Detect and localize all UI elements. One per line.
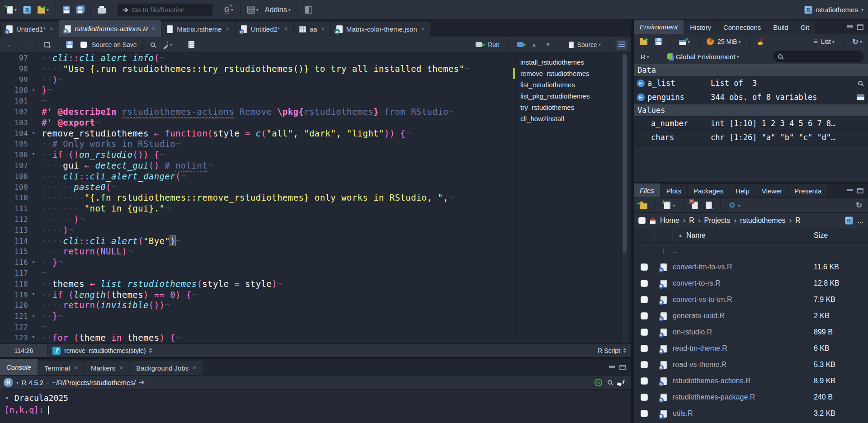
close-icon[interactable]: ✕ — [225, 26, 229, 32]
open-file-button[interactable]: ▾ — [35, 5, 51, 15]
files-tab[interactable]: Help — [730, 184, 755, 197]
outline-item[interactable]: try_rstudiothemes — [513, 102, 621, 113]
close-icon[interactable]: ✕ — [49, 26, 53, 32]
file-row[interactable]: convert-vs-to-tm.R7.9 KB — [634, 291, 868, 308]
clear-console-icon[interactable] — [617, 378, 625, 386]
outline-item[interactable]: install_rstudiothemes — [513, 56, 621, 68]
object-action-cell[interactable] — [853, 81, 868, 85]
environment-tab[interactable]: Connections — [717, 21, 767, 34]
file-name[interactable]: read-vs-theme.R — [673, 361, 809, 369]
home-icon[interactable] — [649, 217, 656, 224]
expand-object-icon[interactable]: ▶ — [634, 80, 647, 87]
doc-type-dropdown[interactable]: R Script — [598, 347, 631, 354]
file-checkbox[interactable] — [641, 377, 648, 385]
view-table-icon[interactable] — [857, 94, 864, 100]
file-name[interactable]: convert-to-rs.R — [673, 279, 809, 287]
save-button[interactable] — [61, 5, 72, 15]
file-checkbox[interactable] — [641, 263, 648, 271]
file-checkbox[interactable] — [641, 312, 648, 320]
file-row[interactable]: utils.R3.2 KB — [634, 405, 868, 422]
version-control-button[interactable]: G▾ — [222, 4, 236, 15]
pane-layout-button[interactable] — [302, 5, 314, 15]
environment-tab[interactable]: Git — [795, 21, 815, 34]
console-tab[interactable]: Terminal✕ — [38, 361, 84, 375]
close-icon[interactable]: ✕ — [321, 26, 325, 32]
breadcrumb-item[interactable]: R — [795, 216, 801, 225]
environment-object-row[interactable]: ▶a_listList of 3 — [634, 76, 868, 90]
file-checkbox[interactable] — [641, 329, 648, 336]
new-folder-button[interactable] — [637, 200, 650, 211]
editor-tab[interactable]: rstudiothemes-actions.R✕ — [59, 20, 161, 37]
rerun-button[interactable] — [515, 40, 525, 49]
new-file-button[interactable]: ▾ — [5, 4, 19, 15]
file-checkbox[interactable] — [641, 296, 648, 303]
file-row[interactable]: convert-tm-to-vs.R11.6 KB — [634, 259, 868, 275]
close-icon[interactable]: ✕ — [119, 365, 123, 371]
file-name[interactable]: convert-tm-to-vs.R — [673, 263, 809, 271]
new-blank-file-button[interactable]: ▾ — [662, 200, 677, 211]
environment-object-row[interactable]: ▶penguins344 obs. of 8 variables — [634, 90, 868, 104]
file-row[interactable]: read-tm-theme.R6 KB — [634, 340, 868, 357]
clear-workspace-button[interactable] — [755, 37, 766, 47]
goto-directory-icon[interactable]: ➔ — [139, 378, 145, 386]
file-checkbox[interactable] — [641, 280, 648, 287]
name-column-header[interactable]: ▲Name — [673, 228, 809, 242]
goto-file-function-input[interactable] — [132, 6, 204, 14]
compile-report-button[interactable] — [186, 39, 197, 50]
show-in-new-window-button[interactable] — [42, 40, 52, 49]
file-row[interactable]: convert-to-rs.R12.8 KB — [634, 275, 868, 291]
environment-dropdown[interactable]: Global Environment▾ — [665, 51, 741, 62]
go-next-section-button[interactable]: ▼ — [543, 39, 553, 50]
breadcrumb-item[interactable]: rstudiothemes — [740, 216, 786, 225]
save-all-button[interactable] — [74, 5, 86, 15]
source-on-save-checkbox[interactable] — [78, 40, 89, 50]
fold-marker-icon[interactable]: ▾ — [28, 290, 39, 301]
editor-tab[interactable]: Untitled2*✕ — [236, 22, 293, 37]
new-project-button[interactable]: R — [21, 4, 33, 16]
environment-search-input[interactable] — [786, 53, 854, 60]
close-icon[interactable]: ✕ — [192, 365, 196, 371]
object-action-cell[interactable] — [853, 94, 868, 100]
code-tools-button[interactable]: ▾ — [160, 40, 175, 50]
environment-section-header[interactable]: Values — [634, 104, 868, 117]
file-name[interactable]: rstudiothemes-package.R — [673, 393, 809, 401]
print-button[interactable] — [95, 4, 108, 15]
file-name[interactable]: convert-vs-to-tm.R — [673, 296, 809, 304]
console-output[interactable]: • Dracula2025 [n,k,q]: — [0, 390, 631, 423]
minimize-pane-icon[interactable] — [847, 25, 853, 28]
outline-item[interactable]: list_rstudiothemes — [513, 79, 621, 90]
file-row[interactable]: generate-uuid.R2 KB — [634, 308, 868, 324]
console-tab[interactable]: Markers✕ — [85, 361, 129, 375]
search-icon[interactable] — [608, 380, 612, 385]
editor-tab[interactable]: Untitled1*✕ — [1, 22, 59, 37]
file-row[interactable]: read-vs-theme.R5.3 KB — [634, 357, 868, 373]
code-editor[interactable]: 97··cli::cli_alert_info(¬98····"Use {.ru… — [0, 53, 513, 343]
load-workspace-button[interactable] — [637, 36, 650, 47]
file-row[interactable]: rstudiothemes-actions.R8.9 KB — [634, 373, 868, 389]
r-logo-icon[interactable]: R — [4, 378, 13, 387]
more-file-commands-button[interactable]: ⚙▾ — [726, 199, 742, 212]
nav-forward-button[interactable]: → — [19, 38, 31, 51]
minimize-pane-icon[interactable] — [847, 189, 853, 191]
environment-tab[interactable]: Build — [767, 21, 794, 34]
file-checkbox[interactable] — [641, 345, 648, 352]
outline-item[interactable]: cli_how2install — [513, 113, 621, 124]
nav-back-button[interactable]: ← — [4, 38, 16, 51]
file-row[interactable]: ↑.. — [634, 243, 868, 259]
delete-file-button[interactable] — [689, 200, 700, 211]
goto-file-function-box[interactable]: ➔ — [118, 4, 212, 16]
files-tab[interactable]: Plots — [660, 184, 687, 197]
go-previous-section-button[interactable]: ▲ — [529, 39, 539, 50]
fold-marker-icon[interactable]: ▾ — [28, 333, 39, 343]
file-name[interactable]: rstudiothemes-actions.R — [673, 377, 809, 385]
file-name[interactable]: utils.R — [673, 409, 809, 418]
memory-usage-button[interactable]: 25 MiB▾ — [704, 36, 743, 47]
file-checkbox[interactable] — [641, 394, 648, 401]
size-column-header[interactable]: Size — [809, 231, 868, 240]
minimize-pane-icon[interactable] — [609, 366, 615, 368]
close-icon[interactable]: ✕ — [151, 26, 156, 32]
refresh-files-button[interactable]: ↻ — [854, 199, 864, 212]
rename-file-button[interactable] — [703, 200, 714, 211]
fold-marker-icon[interactable]: ▾ — [28, 150, 39, 160]
select-all-checkbox[interactable] — [638, 217, 646, 224]
